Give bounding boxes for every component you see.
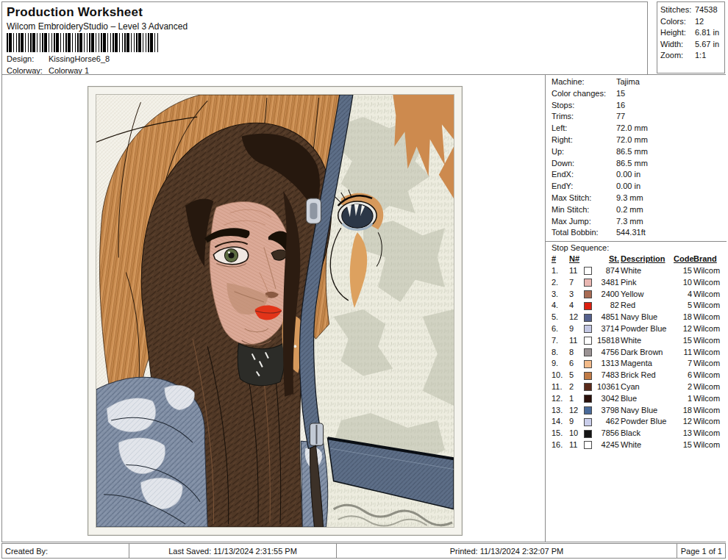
machine-row: Machine:Tajima [546,76,727,88]
stop-sequence-row: 9.61313Magenta7Wilcom [552,358,727,370]
stop-row-description: Brick Red [621,370,672,381]
stop-row-description: White [621,265,672,277]
stop-row-description: Red [621,300,672,312]
stop-row-description: Dark Brown [621,347,672,359]
machine-row-label: Up: [552,146,616,158]
stop-row-code: 18 [674,405,692,417]
stop-col-header: N# [569,254,582,265]
stop-row-needle: 8 [569,347,582,359]
stop-sequence-row: 4.482Red5Wilcom [552,300,727,312]
page-title: Production Worksheet [7,5,143,20]
machine-row: EndX:0.00 in [546,169,727,181]
design-label: Design: [7,54,49,63]
thread-color-swatch [584,372,592,380]
stop-sequence-row: 3.32400Yellow4Wilcom [552,289,727,301]
summary-row-value: 6.81 in [695,27,719,39]
stop-row-brand: Wilcom [693,405,727,417]
machine-row-label: Machine: [552,76,616,88]
stop-row-description: Powder Blue [621,323,672,335]
stop-row-brand: Wilcom [693,428,727,439]
stop-row-needle: 1 [569,393,582,405]
stop-row-description: Pink [621,277,672,289]
stop-row-num: 3. [552,289,568,301]
summary-row-value: 12 [695,16,704,28]
stop-row-num: 15. [552,428,568,439]
thread-color-swatch [584,441,592,449]
machine-row: Color changes:15 [546,88,727,100]
last-saved-cell: Last Saved: 11/13/2024 2:31:55 PM [129,544,337,558]
machine-row: Up:86.5 mm [546,146,727,158]
stop-row-brand: Wilcom [693,439,727,451]
machine-row-value: 15 [616,88,625,100]
stop-row-description: White [621,439,672,451]
stop-row-code: 11 [674,347,692,359]
stop-row-stitches: 3798 [597,405,619,417]
stop-row-num: 8. [552,347,568,359]
stop-row-code: 18 [674,312,692,323]
stop-row-code: 7 [674,358,692,370]
stop-row-needle: 5 [569,370,582,381]
machine-info: Machine:TajimaColor changes:15Stops:16Tr… [546,75,727,239]
barcode-image [7,33,158,52]
stop-row-brand: Wilcom [693,381,727,393]
bridle-buckle-upper [306,198,321,223]
stop-row-description: Navy Blue [621,405,672,417]
stop-sequence-row: 11.210361Cyan2Wilcom [552,381,727,393]
machine-row: Total Bobbin:544.31ft [546,227,727,239]
stop-sequence-row: 6.93714Powder Blue12Wilcom [552,323,727,335]
stop-row-stitches: 3714 [597,323,619,335]
stop-row-num: 4. [552,300,568,312]
stop-row-code: 15 [674,335,692,347]
info-panel: Machine:TajimaColor changes:15Stops:16Tr… [545,75,727,542]
stop-row-brand: Wilcom [693,312,727,323]
machine-row-value: 0.2 mm [616,204,643,216]
stop-row-stitches: 7856 [597,428,619,439]
design-preview-frame [88,86,463,536]
stop-col-header: Code [674,254,692,265]
machine-row: Max Stitch:9.3 mm [546,193,727,204]
summary-row: Height:6.81 in [657,27,724,39]
stop-row-stitches: 82 [597,300,619,312]
stop-row-stitches: 4851 [597,312,619,323]
stop-row-brand: Wilcom [693,289,727,301]
stop-row-code: 5 [674,300,692,312]
thread-color-swatch [584,383,592,391]
thread-color-swatch [584,325,592,333]
machine-row-label: EndY: [552,181,616,193]
stop-row-stitches: 15818 [597,335,619,347]
summary-row-label: Stitches: [660,4,695,16]
stop-sequence-row: 2.73481Pink10Wilcom [552,277,727,289]
thread-color-swatch [584,279,592,287]
machine-row-label: Stops: [552,100,616,112]
summary-row: Width:5.67 in [657,39,724,51]
machine-row-value: 0.00 in [616,169,640,181]
stop-sequence-row: 7.1115818White15Wilcom [552,335,727,347]
machine-row-label: Max Stitch: [552,193,616,204]
stop-row-brand: Wilcom [693,416,727,428]
summary-row-label: Colors: [660,16,695,28]
stop-row-brand: Wilcom [693,277,727,289]
stop-row-brand: Wilcom [693,358,727,370]
stop-col-header: St. [597,254,619,265]
stop-row-description: Magenta [621,358,672,370]
stop-sequence-row: 14.9462Powder Blue12Wilcom [552,416,727,428]
stop-row-code: 12 [674,323,692,335]
stop-row-stitches: 462 [597,416,619,428]
stop-row-description: Blue [621,393,672,405]
machine-row-label: Max Jump: [552,216,616,228]
thread-color-swatch [584,290,592,298]
machine-row: Max Jump:7.3 mm [546,216,727,228]
header: Production Worksheet Wilcom EmbroiderySt… [1,1,648,75]
machine-row-value: 72.0 mm [616,134,648,146]
stop-row-code: 2 [674,381,692,393]
machine-row-label: Down: [552,158,616,170]
machine-row-value: 77 [616,111,625,123]
thread-color-swatch [584,314,592,322]
machine-row: Right:72.0 mm [546,134,727,146]
printed-cell: Printed: 11/13/2024 2:32:07 PM [337,544,677,558]
machine-row-value: 72.0 mm [616,123,648,134]
footer: Created By: Last Saved: 11/13/2024 2:31:… [1,543,726,559]
stop-row-stitches: 3042 [597,393,619,405]
stop-row-code: 15 [674,439,692,451]
stop-row-needle: 4 [569,300,582,312]
